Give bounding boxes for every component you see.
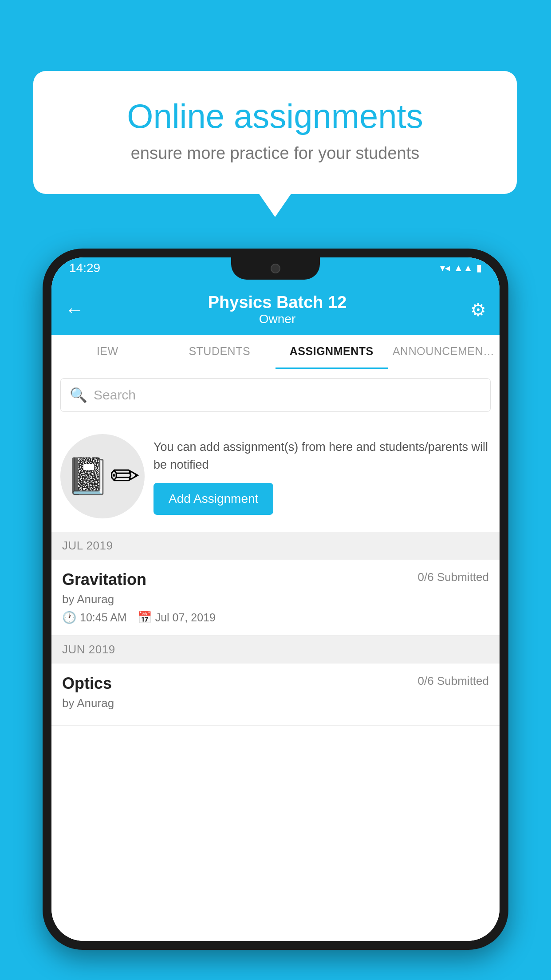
back-button[interactable]: ← bbox=[65, 299, 84, 321]
date-meta: 📅 Jul 07, 2019 bbox=[138, 611, 216, 624]
clock-icon: 🕐 bbox=[62, 611, 76, 624]
assignment-author-gravitation: by Anurag bbox=[62, 593, 489, 606]
assignment-row-top-optics: Optics 0/6 Submitted bbox=[62, 674, 489, 693]
batch-subtitle: Owner bbox=[208, 312, 347, 326]
tab-announcements[interactable]: ANNOUNCEMEN… bbox=[388, 335, 500, 369]
calendar-icon: 📅 bbox=[138, 611, 152, 624]
assignment-submitted-gravitation: 0/6 Submitted bbox=[418, 570, 489, 584]
notebook-icon: 📓✏ bbox=[66, 455, 140, 497]
month-section-jul: JUL 2019 bbox=[51, 532, 500, 560]
empty-state: 📓✏ You can add assignment(s) from here a… bbox=[51, 421, 500, 532]
add-assignment-button[interactable]: Add Assignment bbox=[153, 483, 273, 515]
empty-state-text-group: You can add assignment(s) from here and … bbox=[153, 438, 491, 515]
status-icons: ▾◂ ▲▲ ▮ bbox=[440, 262, 482, 274]
assignment-name-optics: Optics bbox=[62, 674, 112, 693]
month-label-jul: JUL 2019 bbox=[62, 539, 113, 552]
tab-iew[interactable]: IEW bbox=[51, 335, 164, 369]
main-title: Online assignments bbox=[64, 98, 486, 135]
wifi-icon: ▾◂ bbox=[440, 262, 450, 274]
phone-frame: 14:29 ▾◂ ▲▲ ▮ ← Physics Batch 12 Owner ⚙… bbox=[43, 249, 508, 950]
assignment-date: Jul 07, 2019 bbox=[155, 611, 216, 624]
assignment-submitted-optics: 0/6 Submitted bbox=[418, 674, 489, 688]
battery-icon: ▮ bbox=[476, 262, 482, 274]
speech-bubble: Online assignments ensure more practice … bbox=[33, 71, 517, 194]
month-section-jun: JUN 2019 bbox=[51, 636, 500, 664]
assignment-time: 10:45 AM bbox=[80, 611, 127, 624]
month-label-jun: JUN 2019 bbox=[62, 643, 115, 656]
header-title-group: Physics Batch 12 Owner bbox=[208, 293, 347, 326]
phone-notch bbox=[231, 257, 320, 280]
status-time: 14:29 bbox=[69, 261, 100, 275]
tab-students[interactable]: STUDENTS bbox=[164, 335, 276, 369]
time-meta: 🕐 10:45 AM bbox=[62, 611, 127, 624]
camera bbox=[271, 264, 280, 273]
phone-container: 14:29 ▾◂ ▲▲ ▮ ← Physics Batch 12 Owner ⚙… bbox=[43, 249, 508, 950]
tab-assignments[interactable]: ASSIGNMENTS bbox=[276, 335, 388, 369]
signal-icon: ▲▲ bbox=[453, 262, 473, 274]
main-subtitle: ensure more practice for your students bbox=[64, 144, 486, 163]
assignment-optics[interactable]: Optics 0/6 Submitted by Anurag bbox=[51, 664, 500, 726]
tab-bar: IEW STUDENTS ASSIGNMENTS ANNOUNCEMEN… bbox=[51, 335, 500, 369]
empty-state-description: You can add assignment(s) from here and … bbox=[153, 438, 491, 474]
assignment-row-top: Gravitation 0/6 Submitted bbox=[62, 570, 489, 589]
settings-button[interactable]: ⚙ bbox=[470, 300, 486, 320]
phone-screen: ← Physics Batch 12 Owner ⚙ IEW STUDENTS … bbox=[51, 257, 500, 941]
search-placeholder: Search bbox=[94, 387, 136, 403]
assignment-author-optics: by Anurag bbox=[62, 696, 489, 710]
batch-title: Physics Batch 12 bbox=[208, 293, 347, 312]
assignment-meta-gravitation: 🕐 10:45 AM 📅 Jul 07, 2019 bbox=[62, 611, 489, 624]
content-area: 🔍 Search 📓✏ You can add assignment(s) fr… bbox=[51, 369, 500, 941]
speech-bubble-container: Online assignments ensure more practice … bbox=[33, 71, 517, 194]
assignment-gravitation[interactable]: Gravitation 0/6 Submitted by Anurag 🕐 10… bbox=[51, 560, 500, 636]
assignment-name-gravitation: Gravitation bbox=[62, 570, 146, 589]
empty-icon-circle: 📓✏ bbox=[60, 434, 145, 518]
search-icon: 🔍 bbox=[70, 387, 87, 403]
search-bar[interactable]: 🔍 Search bbox=[60, 378, 491, 412]
